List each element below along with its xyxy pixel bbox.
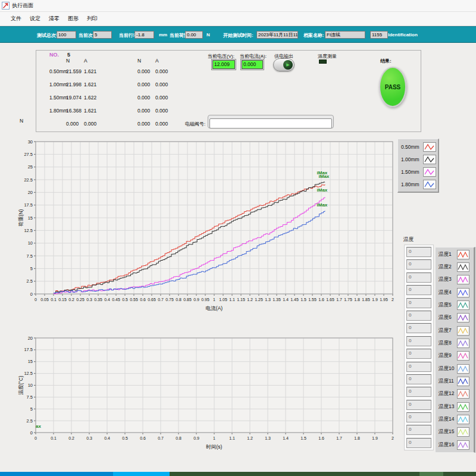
line-style-icon (457, 313, 469, 322)
temp-legend-label: 温度8 (437, 340, 457, 347)
temp-legend-item-5[interactable]: 温度5 (437, 299, 472, 311)
svg-text:17.5: 17.5 (24, 347, 33, 352)
table-row: 1.80mm16.3681.6210.0000.000 (36, 104, 179, 117)
svg-text:0.4: 0.4 (104, 436, 110, 440)
temp-value-3: 0 (406, 273, 431, 283)
svg-text:0.6: 0.6 (140, 298, 146, 302)
cell-value: 0.000 (137, 121, 155, 127)
cell-value: 1.622 (84, 95, 137, 101)
menu-item-3[interactable]: 清零 (45, 13, 64, 24)
menu-item-4[interactable]: 图形 (64, 13, 83, 24)
line-style-icon (457, 326, 469, 336)
temp-legend-item-6[interactable]: 温度6 (437, 312, 472, 324)
table-row: 1.50mm19.0741.6220.0000.000 (36, 91, 179, 104)
svg-text:0.6: 0.6 (140, 436, 146, 440)
cell-value: 0.000 (155, 95, 179, 101)
svg-text:1.5: 1.5 (300, 298, 306, 302)
status-top-bar: 测试总次数100当前次数5当前行程-1.8mm当前荷重0.00N开始测试时间:2… (0, 26, 476, 43)
table-header-row: NANA (36, 57, 179, 65)
line-style-icon (457, 364, 469, 374)
cell-value: 16.368 (66, 108, 84, 114)
temp-legend-item-15[interactable]: 温度15 (437, 426, 472, 439)
cell-value: 21.559 (66, 68, 84, 74)
temp-legend-label: 温度6 (437, 314, 457, 321)
temp-value-12: 0 (406, 387, 431, 397)
topbar-field-suffix-4: N (206, 32, 210, 37)
svg-text:1.5: 1.5 (300, 436, 306, 440)
temp-legend-label: 温度10 (437, 365, 457, 372)
temp-legend-item-10[interactable]: 温度10 (437, 362, 472, 375)
svg-text:0.25: 0.25 (76, 298, 84, 302)
legend-label: 1.80mm (399, 181, 423, 187)
power-output-toggle[interactable]: ▶ (273, 58, 295, 71)
svg-text:iMax: iMax (317, 202, 328, 208)
svg-text:1.95: 1.95 (380, 298, 388, 302)
topbar-field-value-7[interactable]: 1155 (370, 31, 388, 39)
legend-item-1.80mm[interactable]: 1.80mm (399, 178, 437, 190)
cell-value: 0.000 (155, 121, 179, 127)
svg-text:0.4: 0.4 (104, 298, 110, 302)
svg-text:30: 30 (28, 139, 33, 145)
topbar-field-value-5[interactable]: 2023年11月11日11:06 (256, 31, 298, 39)
temp-legend-item-9[interactable]: 温度9 (437, 350, 472, 362)
svg-text:2: 2 (392, 298, 394, 302)
cell-value: 1.621 (84, 68, 137, 74)
temp-legend-label: 温度1 (437, 251, 457, 258)
temp-legend-label: 温度2 (437, 264, 457, 271)
result-label: 结果: (380, 58, 392, 64)
temp-legend-item-16[interactable]: 温度16 (437, 439, 472, 451)
cell-value: 0.000 (137, 95, 155, 101)
topbar-field-value-3[interactable]: -1.8 (134, 31, 154, 39)
temp-legend-label: 温度9 (437, 352, 457, 359)
temp-value-14: 0 (406, 412, 431, 422)
temp-legend-item-12[interactable]: 温度12 (437, 388, 472, 400)
temp-legend-item-7[interactable]: 温度7 (437, 324, 472, 337)
menu-item-2[interactable]: 设定 (26, 13, 45, 24)
topbar-field-value-4[interactable]: 0.00 (185, 31, 203, 39)
temp-legend-item-2[interactable]: 温度2 (437, 261, 472, 273)
legend-item-1.50mm[interactable]: 1.50mm (399, 165, 437, 178)
svg-text:0.15: 0.15 (58, 298, 67, 302)
temp-legend-item-13[interactable]: 温度13 (437, 400, 472, 413)
menu-item-5[interactable]: 列印 (83, 13, 102, 24)
topbar-field-label-5: 开始测试时间: (223, 32, 253, 39)
line-style-icon (457, 275, 469, 284)
line-style-icon (423, 167, 436, 177)
svg-text:2: 2 (392, 436, 394, 440)
temp-legend-item-1[interactable]: 温度1 (437, 248, 472, 261)
svg-text:0: 0 (30, 292, 33, 297)
topbar-field-value-2[interactable]: 5 (93, 31, 112, 39)
svg-text:温度(°C): 温度(°C) (18, 375, 24, 395)
topbar-field-value-1[interactable]: 100 (57, 31, 76, 39)
svg-text:1.65: 1.65 (326, 298, 334, 302)
temp-legend-item-4[interactable]: 温度4 (437, 286, 472, 299)
topbar-field-value-6[interactable]: FI连续 (325, 31, 365, 39)
temp-legend-item-8[interactable]: 温度8 (437, 337, 472, 349)
svg-text:iMax: iMax (317, 187, 328, 193)
temp-legend-label: 温度5 (437, 302, 457, 309)
svg-text:1.45: 1.45 (290, 298, 299, 302)
table-footer-row: 0.0000.0000.0000.000 (36, 117, 179, 130)
temp-value-7: 0 (406, 323, 431, 333)
svg-text:ax: ax (36, 424, 41, 429)
voltage-display-frame: 12.009 (211, 59, 236, 70)
current-display-frame: 0.000 (240, 59, 264, 70)
line-style-icon (457, 377, 469, 386)
line-style-icon (457, 339, 469, 348)
temp-measure-led-indicator[interactable] (319, 60, 327, 64)
menu-item-1[interactable]: 文件 (7, 13, 26, 24)
cell-value: 0.000 (155, 108, 179, 114)
temp-legend-item-14[interactable]: 温度14 (437, 413, 472, 425)
valve-number-input[interactable] (209, 118, 332, 129)
svg-text:0.95: 0.95 (201, 298, 209, 302)
svg-text:20: 20 (28, 190, 33, 195)
svg-text:1.75: 1.75 (344, 298, 352, 302)
window-title: 执行画面 (12, 2, 33, 10)
valve-input-frame (208, 115, 334, 129)
legend-item-1.00mm[interactable]: 1.00mm (399, 153, 437, 165)
temp-legend-item-3[interactable]: 温度3 (437, 274, 472, 286)
legend-item-0.50mm[interactable]: 0.50mm (399, 140, 437, 153)
line-style-icon (423, 155, 436, 164)
temp-legend-item-11[interactable]: 温度11 (437, 375, 472, 387)
cell-value: 0.000 (137, 108, 155, 114)
